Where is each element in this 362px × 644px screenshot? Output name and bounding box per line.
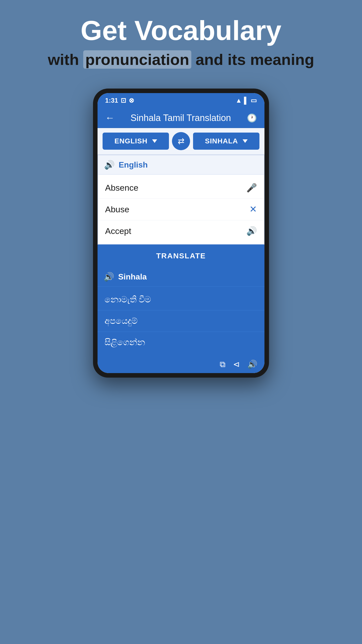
sinhala-word-text-3: සිළිගෙන්න <box>105 337 145 347</box>
bottom-toolbar: ⧉ ⊲ 🔊 <box>98 355 264 373</box>
share-icon[interactable]: ⊲ <box>233 359 240 369</box>
sinhala-panel-title: Sinhala <box>118 272 147 281</box>
target-language-button[interactable]: SINHALA <box>193 133 259 150</box>
sinhala-word-text-2: අපයෙදුම් <box>105 316 138 326</box>
target-language-label: SINHALA <box>205 137 238 145</box>
phone-frame: 1:31 ⊡ ⊗ ▲ ▌ ▭ ← Sinhala Tamil Translati… <box>93 89 269 378</box>
copy-icon[interactable]: ⧉ <box>220 360 225 369</box>
sinhala-word-row-2: අපයෙදුම් <box>98 310 264 332</box>
sim-icon: ⊡ <box>121 97 126 104</box>
phone-screen: 1:31 ⊡ ⊗ ▲ ▌ ▭ ← Sinhala Tamil Translati… <box>98 93 264 373</box>
toolbar-title: Sinhala Tamil Translation <box>130 113 231 123</box>
translate-button[interactable]: TRANSLATE <box>98 245 264 267</box>
sinhala-panel: 🔊 Sinhala නොමැති වීම අපයෙදුම් සිළිගෙන්න <box>98 267 264 355</box>
word-row-accept: Accept 🔊 <box>98 220 264 242</box>
history-icon[interactable]: 🕐 <box>247 113 257 123</box>
status-left: 1:31 ⊡ ⊗ <box>105 97 134 104</box>
word-row-abuse: Abuse ✕ <box>98 198 264 220</box>
page-header: Get Vocabulary with pronunciation and it… <box>0 0 362 78</box>
time-display: 1:31 <box>105 97 118 104</box>
swap-language-button[interactable]: ⇄ <box>172 132 190 150</box>
main-title: Get Vocabulary <box>0 15 362 46</box>
word-row-absence: Absence 🎤 <box>98 177 264 198</box>
source-language-label: ENGLISH <box>114 137 147 145</box>
language-selector-row: ENGLISH ⇄ SINHALA <box>98 128 264 155</box>
subtitle-before: with <box>48 51 79 68</box>
source-language-button[interactable]: ENGLISH <box>103 133 169 150</box>
sinhala-word-row-3: සිළිගෙන්න <box>98 332 264 353</box>
no-sim-icon: ⊗ <box>129 97 134 104</box>
source-lang-chevron-icon <box>152 139 157 143</box>
toolbar: ← Sinhala Tamil Translation 🕐 <box>98 108 264 128</box>
english-word-list: Absence 🎤 Abuse ✕ Accept 🔊 <box>98 175 264 244</box>
speaker-icon-accept[interactable]: 🔊 <box>246 226 257 236</box>
swap-icon: ⇄ <box>178 136 185 146</box>
english-speaker-icon[interactable]: 🔊 <box>104 160 115 170</box>
audio-icon[interactable]: 🔊 <box>247 359 257 369</box>
signal-icon: ▌ <box>244 97 249 104</box>
sinhala-panel-header: 🔊 Sinhala <box>98 267 264 287</box>
status-bar: 1:31 ⊡ ⊗ ▲ ▌ ▭ <box>98 93 264 108</box>
word-text-absence: Absence <box>105 183 138 193</box>
subtitle: with pronunciation and its meaning <box>0 51 362 68</box>
english-panel-header: 🔊 English <box>98 155 264 175</box>
close-icon-abuse[interactable]: ✕ <box>249 204 257 215</box>
sinhala-word-text-1: නොමැති වීම <box>105 295 151 304</box>
english-panel: 🔊 English Absence 🎤 Abuse ✕ Accept 🔊 <box>98 155 264 245</box>
sinhala-word-row-1: නොමැති වීම <box>98 289 264 310</box>
battery-icon: ▭ <box>251 97 257 104</box>
status-right: ▲ ▌ ▭ <box>236 97 257 104</box>
english-panel-title: English <box>119 160 148 170</box>
subtitle-after: and its meaning <box>196 51 314 68</box>
mic-icon-absence[interactable]: 🎤 <box>246 183 257 193</box>
word-text-abuse: Abuse <box>105 205 129 214</box>
sinhala-word-list: නොමැති වීම අපයෙදුම් සිළිගෙන්න <box>98 287 264 355</box>
wifi-icon: ▲ <box>236 97 242 104</box>
word-text-accept: Accept <box>105 226 131 236</box>
target-lang-chevron-icon <box>243 139 248 143</box>
sinhala-speaker-icon[interactable]: 🔊 <box>104 272 114 282</box>
back-button[interactable]: ← <box>105 112 115 123</box>
subtitle-pronunciation: pronunciation <box>83 50 191 69</box>
